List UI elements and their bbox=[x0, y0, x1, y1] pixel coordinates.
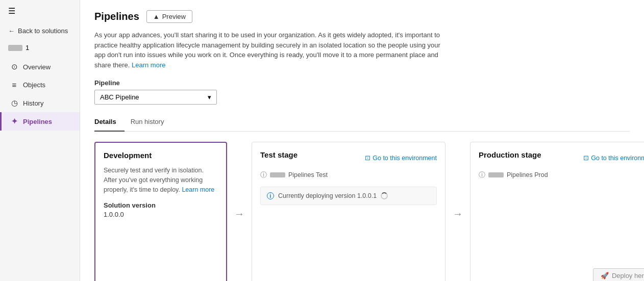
hamburger-menu[interactable]: ☰ bbox=[0, 0, 80, 22]
back-label: Back to solutions bbox=[18, 27, 68, 35]
tab-run-history[interactable]: Run history bbox=[131, 114, 172, 132]
prod-go-to-environment-link[interactable]: ⊡ Go to this environment bbox=[583, 154, 644, 162]
arrow-test-to-prod: → bbox=[445, 142, 470, 220]
test-stage-title: Test stage bbox=[260, 150, 298, 159]
prod-stage-header: Production stage ⊡ Go to this environmen… bbox=[479, 150, 644, 165]
sidebar-item-label: History bbox=[23, 99, 43, 107]
page-header: Pipelines ▲ Preview bbox=[94, 10, 630, 23]
main-content: Pipelines ▲ Preview As your app advances… bbox=[80, 0, 644, 281]
pipeline-dropdown[interactable]: ABC Pipeline ▾ bbox=[94, 90, 217, 105]
chevron-down-icon: ▾ bbox=[208, 93, 211, 101]
test-env-row: ⓘ Pipelines Test bbox=[260, 170, 437, 180]
development-stage-description: Securely test and verify in isolation. A… bbox=[104, 166, 218, 194]
history-icon: ◷ bbox=[10, 98, 19, 108]
test-stage-card: Test stage ⊡ Go to this environment ⓘ Pi… bbox=[252, 142, 445, 281]
prod-go-to-env-label: Go to this environment bbox=[591, 155, 644, 162]
prod-deploy-button[interactable]: 🚀 Deploy here bbox=[593, 268, 644, 281]
back-to-solutions-link[interactable]: ← Back to solutions bbox=[0, 22, 80, 40]
prod-deploy-btn-row: 🚀 Deploy here bbox=[479, 187, 644, 281]
pipeline-label: Pipeline bbox=[94, 79, 630, 87]
sidebar-item-label: Pipelines bbox=[23, 118, 52, 125]
page-title: Pipelines bbox=[94, 11, 139, 22]
user-number: 1 bbox=[26, 44, 29, 52]
test-env-name: Pipelines Test bbox=[288, 171, 328, 178]
info-icon: ⓘ bbox=[479, 170, 485, 180]
sidebar-item-objects[interactable]: ≡ Objects bbox=[0, 76, 80, 94]
learn-more-link[interactable]: Learn more bbox=[132, 61, 165, 69]
stages-container: Development Securely test and verify in … bbox=[94, 142, 630, 281]
user-info: 1 bbox=[0, 40, 80, 56]
preview-icon: ▲ bbox=[153, 13, 160, 20]
sidebar: ☰ ← Back to solutions 1 ⊙ Overview ≡ Obj… bbox=[0, 0, 80, 281]
test-env-avatar bbox=[270, 172, 285, 177]
pipeline-dropdown-value: ABC Pipeline bbox=[100, 93, 139, 101]
test-deploy-btn-row: 🚀 Deploy here bbox=[260, 209, 437, 281]
back-arrow-icon: ← bbox=[8, 27, 15, 35]
sidebar-item-history[interactable]: ◷ History bbox=[0, 94, 80, 112]
prod-stage-title: Production stage bbox=[479, 150, 541, 159]
deploy-status-text: Currently deploying version 1.0.0.1 bbox=[278, 192, 377, 199]
external-link-icon: ⊡ bbox=[583, 154, 589, 162]
rocket-icon: 🚀 bbox=[601, 272, 609, 279]
info-icon: ⓘ bbox=[260, 170, 267, 180]
user-avatar bbox=[8, 45, 22, 51]
sidebar-item-label: Overview bbox=[23, 63, 51, 71]
sidebar-item-overview[interactable]: ⊙ Overview bbox=[0, 58, 80, 76]
arrow-dev-to-test: → bbox=[227, 142, 252, 220]
development-stage-card: Development Securely test and verify in … bbox=[94, 142, 227, 281]
solution-version-label: Solution version bbox=[104, 201, 218, 209]
tab-details[interactable]: Details bbox=[94, 114, 125, 132]
pipelines-icon: ✦ bbox=[10, 117, 19, 126]
test-go-to-env-label: Go to this environment bbox=[373, 155, 437, 162]
test-stage-header: Test stage ⊡ Go to this environment bbox=[260, 150, 437, 165]
development-learn-more-link[interactable]: Learn more bbox=[182, 186, 214, 193]
sidebar-nav: ⊙ Overview ≡ Objects ◷ History ✦ Pipelin… bbox=[0, 58, 80, 131]
prod-env-avatar bbox=[488, 172, 504, 177]
prod-env-row: ⓘ Pipelines Prod bbox=[479, 170, 644, 180]
overview-icon: ⊙ bbox=[10, 62, 19, 71]
preview-label: Preview bbox=[162, 13, 186, 20]
tabs-container: Details Run history bbox=[94, 114, 630, 132]
sidebar-item-pipelines[interactable]: ✦ Pipelines bbox=[0, 112, 80, 131]
objects-icon: ≡ bbox=[10, 81, 19, 89]
development-stage-title: Development bbox=[104, 151, 218, 160]
prod-env-name: Pipelines Prod bbox=[507, 171, 548, 178]
test-go-to-environment-link[interactable]: ⊡ Go to this environment bbox=[365, 154, 437, 162]
external-link-icon: ⊡ bbox=[365, 154, 370, 162]
solution-version-value: 1.0.0.0 bbox=[104, 211, 218, 218]
test-deploy-status: i Currently deploying version 1.0.0.1 bbox=[260, 187, 437, 205]
prod-deploy-label: Deploy here bbox=[612, 272, 644, 279]
deploy-spinner bbox=[381, 192, 388, 199]
info-circle-icon: i bbox=[267, 192, 274, 199]
preview-button[interactable]: ▲ Preview bbox=[146, 10, 192, 23]
production-stage-card: Production stage ⊡ Go to this environmen… bbox=[470, 142, 644, 281]
sidebar-item-label: Objects bbox=[23, 81, 45, 89]
page-description: As your app advances, you'll start shari… bbox=[94, 30, 441, 70]
